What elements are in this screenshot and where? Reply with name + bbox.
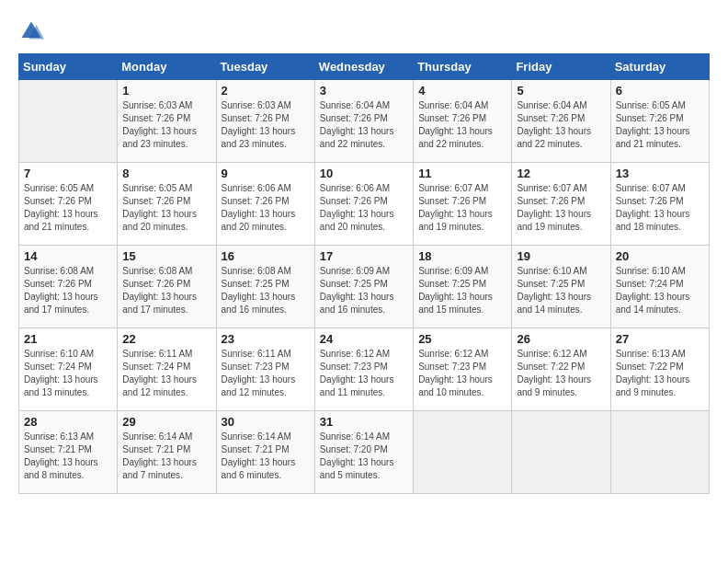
- logo-icon: [18, 18, 44, 44]
- day-info: Sunrise: 6:13 AM Sunset: 7:22 PM Dayligh…: [616, 348, 704, 399]
- day-info: Sunrise: 6:03 AM Sunset: 7:26 PM Dayligh…: [122, 99, 210, 151]
- calendar-week-row: 7 Sunrise: 6:05 AM Sunset: 7:26 PM Dayli…: [19, 163, 710, 246]
- day-number: 11: [418, 167, 506, 180]
- day-info: Sunrise: 6:14 AM Sunset: 7:21 PM Dayligh…: [122, 431, 210, 482]
- day-header-friday: Friday: [512, 54, 610, 80]
- day-info: Sunrise: 6:11 AM Sunset: 7:24 PM Dayligh…: [122, 348, 210, 399]
- calendar-cell: 29 Sunrise: 6:14 AM Sunset: 7:21 PM Dayl…: [118, 411, 216, 494]
- calendar-cell: 2 Sunrise: 6:03 AM Sunset: 7:26 PM Dayli…: [216, 80, 314, 163]
- calendar-week-row: 21 Sunrise: 6:10 AM Sunset: 7:24 PM Dayl…: [19, 328, 710, 411]
- day-info: Sunrise: 6:12 AM Sunset: 7:22 PM Dayligh…: [517, 348, 605, 399]
- calendar-cell: 23 Sunrise: 6:11 AM Sunset: 7:23 PM Dayl…: [216, 328, 314, 411]
- calendar-header-row: SundayMondayTuesdayWednesdayThursdayFrid…: [19, 54, 710, 80]
- calendar-cell: 4 Sunrise: 6:04 AM Sunset: 7:26 PM Dayli…: [414, 80, 512, 163]
- day-info: Sunrise: 6:14 AM Sunset: 7:21 PM Dayligh…: [222, 431, 310, 482]
- day-number: 9: [222, 167, 310, 180]
- day-number: 26: [517, 332, 605, 346]
- day-info: Sunrise: 6:10 AM Sunset: 7:25 PM Dayligh…: [517, 265, 605, 316]
- calendar-cell: 11 Sunrise: 6:07 AM Sunset: 7:26 PM Dayl…: [414, 163, 512, 246]
- day-number: 23: [222, 332, 310, 346]
- day-number: 4: [418, 84, 506, 98]
- page-header: [18, 18, 710, 44]
- calendar-cell: 20 Sunrise: 6:10 AM Sunset: 7:24 PM Dayl…: [610, 246, 709, 328]
- day-info: Sunrise: 6:04 AM Sunset: 7:26 PM Dayligh…: [320, 99, 408, 151]
- calendar-cell: 12 Sunrise: 6:07 AM Sunset: 7:26 PM Dayl…: [512, 163, 610, 246]
- day-info: Sunrise: 6:04 AM Sunset: 7:26 PM Dayligh…: [517, 99, 605, 151]
- day-number: 19: [517, 249, 605, 263]
- calendar-cell: 18 Sunrise: 6:09 AM Sunset: 7:25 PM Dayl…: [414, 246, 512, 328]
- day-number: 30: [222, 415, 310, 429]
- calendar-week-row: 1 Sunrise: 6:03 AM Sunset: 7:26 PM Dayli…: [19, 80, 710, 163]
- calendar-cell: 28 Sunrise: 6:13 AM Sunset: 7:21 PM Dayl…: [19, 411, 118, 494]
- day-number: 20: [616, 249, 704, 263]
- calendar-cell: 6 Sunrise: 6:05 AM Sunset: 7:26 PM Dayli…: [610, 80, 709, 163]
- logo: [18, 18, 46, 44]
- calendar-cell: 5 Sunrise: 6:04 AM Sunset: 7:26 PM Dayli…: [512, 80, 610, 163]
- calendar-week-row: 28 Sunrise: 6:13 AM Sunset: 7:21 PM Dayl…: [19, 411, 710, 494]
- day-info: Sunrise: 6:05 AM Sunset: 7:26 PM Dayligh…: [24, 182, 112, 234]
- day-number: 22: [122, 332, 210, 346]
- day-number: 31: [320, 415, 408, 429]
- calendar-cell: 27 Sunrise: 6:13 AM Sunset: 7:22 PM Dayl…: [610, 328, 709, 411]
- day-number: 21: [24, 332, 112, 346]
- calendar-cell: 9 Sunrise: 6:06 AM Sunset: 7:26 PM Dayli…: [216, 163, 314, 246]
- day-info: Sunrise: 6:07 AM Sunset: 7:26 PM Dayligh…: [616, 182, 704, 234]
- calendar-cell: 31 Sunrise: 6:14 AM Sunset: 7:20 PM Dayl…: [314, 411, 413, 494]
- calendar-cell: 17 Sunrise: 6:09 AM Sunset: 7:25 PM Dayl…: [314, 246, 413, 328]
- day-header-saturday: Saturday: [610, 54, 709, 80]
- day-number: 27: [616, 332, 704, 346]
- calendar-cell: 10 Sunrise: 6:06 AM Sunset: 7:26 PM Dayl…: [314, 163, 413, 246]
- calendar-cell: 16 Sunrise: 6:08 AM Sunset: 7:25 PM Dayl…: [216, 246, 314, 328]
- calendar-cell: 21 Sunrise: 6:10 AM Sunset: 7:24 PM Dayl…: [19, 328, 118, 411]
- day-info: Sunrise: 6:07 AM Sunset: 7:26 PM Dayligh…: [517, 182, 605, 234]
- day-number: 10: [320, 167, 408, 180]
- calendar-table: SundayMondayTuesdayWednesdayThursdayFrid…: [18, 53, 710, 494]
- day-info: Sunrise: 6:09 AM Sunset: 7:25 PM Dayligh…: [418, 265, 506, 316]
- day-header-wednesday: Wednesday: [314, 54, 413, 80]
- day-info: Sunrise: 6:05 AM Sunset: 7:26 PM Dayligh…: [616, 99, 704, 151]
- day-info: Sunrise: 6:07 AM Sunset: 7:26 PM Dayligh…: [418, 182, 506, 234]
- day-info: Sunrise: 6:03 AM Sunset: 7:26 PM Dayligh…: [222, 99, 310, 151]
- day-info: Sunrise: 6:13 AM Sunset: 7:21 PM Dayligh…: [24, 431, 112, 482]
- day-number: 16: [222, 249, 310, 263]
- calendar-cell: 8 Sunrise: 6:05 AM Sunset: 7:26 PM Dayli…: [118, 163, 216, 246]
- day-info: Sunrise: 6:11 AM Sunset: 7:23 PM Dayligh…: [222, 348, 310, 399]
- day-info: Sunrise: 6:05 AM Sunset: 7:26 PM Dayligh…: [122, 182, 210, 234]
- day-number: 25: [418, 332, 506, 346]
- day-number: 12: [517, 167, 605, 180]
- calendar-cell: 19 Sunrise: 6:10 AM Sunset: 7:25 PM Dayl…: [512, 246, 610, 328]
- day-number: 14: [24, 249, 112, 263]
- calendar-cell: 3 Sunrise: 6:04 AM Sunset: 7:26 PM Dayli…: [314, 80, 413, 163]
- day-header-monday: Monday: [118, 54, 216, 80]
- calendar-cell: [512, 411, 610, 494]
- day-number: 7: [24, 167, 112, 180]
- day-info: Sunrise: 6:06 AM Sunset: 7:26 PM Dayligh…: [320, 182, 408, 234]
- calendar-cell: [19, 80, 118, 163]
- calendar-week-row: 14 Sunrise: 6:08 AM Sunset: 7:26 PM Dayl…: [19, 246, 710, 328]
- day-info: Sunrise: 6:04 AM Sunset: 7:26 PM Dayligh…: [418, 99, 506, 151]
- calendar-cell: [610, 411, 709, 494]
- day-number: 8: [122, 167, 210, 180]
- day-header-sunday: Sunday: [19, 54, 118, 80]
- day-header-thursday: Thursday: [414, 54, 512, 80]
- day-info: Sunrise: 6:10 AM Sunset: 7:24 PM Dayligh…: [616, 265, 704, 316]
- day-number: 18: [418, 249, 506, 263]
- calendar-cell: 15 Sunrise: 6:08 AM Sunset: 7:26 PM Dayl…: [118, 246, 216, 328]
- day-number: 5: [517, 84, 605, 98]
- calendar-body: 1 Sunrise: 6:03 AM Sunset: 7:26 PM Dayli…: [19, 80, 710, 494]
- day-number: 28: [24, 415, 112, 429]
- day-info: Sunrise: 6:08 AM Sunset: 7:26 PM Dayligh…: [122, 265, 210, 316]
- day-header-tuesday: Tuesday: [216, 54, 314, 80]
- day-info: Sunrise: 6:06 AM Sunset: 7:26 PM Dayligh…: [222, 182, 310, 234]
- day-number: 15: [122, 249, 210, 263]
- calendar-cell: 24 Sunrise: 6:12 AM Sunset: 7:23 PM Dayl…: [314, 328, 413, 411]
- day-info: Sunrise: 6:12 AM Sunset: 7:23 PM Dayligh…: [320, 348, 408, 399]
- day-number: 17: [320, 249, 408, 263]
- calendar-cell: 22 Sunrise: 6:11 AM Sunset: 7:24 PM Dayl…: [118, 328, 216, 411]
- day-info: Sunrise: 6:10 AM Sunset: 7:24 PM Dayligh…: [24, 348, 112, 399]
- calendar-cell: 13 Sunrise: 6:07 AM Sunset: 7:26 PM Dayl…: [610, 163, 709, 246]
- calendar-cell: 25 Sunrise: 6:12 AM Sunset: 7:23 PM Dayl…: [414, 328, 512, 411]
- calendar-cell: 14 Sunrise: 6:08 AM Sunset: 7:26 PM Dayl…: [19, 246, 118, 328]
- day-number: 1: [122, 84, 210, 98]
- day-number: 3: [320, 84, 408, 98]
